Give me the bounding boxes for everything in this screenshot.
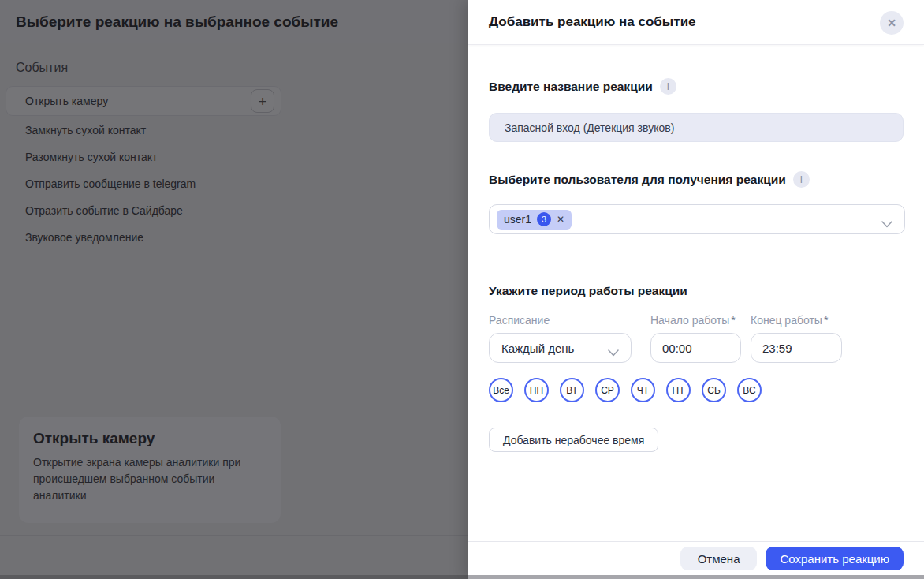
info-icon[interactable]: i [793, 171, 810, 188]
chevron-down-icon [608, 346, 619, 359]
end-time-input[interactable] [751, 333, 842, 363]
end-time-field: Конец работы* [751, 314, 842, 363]
start-time-label: Начало работы* [650, 314, 741, 327]
close-icon[interactable]: ✕ [880, 11, 904, 35]
day-chip-tue[interactable]: ВТ [560, 378, 584, 402]
schedule-field: Расписание Каждый день [489, 314, 632, 363]
day-chip-sun[interactable]: ВС [737, 378, 762, 402]
required-mark: * [824, 314, 828, 327]
drawer-body: Введите название реакции i Выберите поль… [468, 78, 924, 452]
schedule-select-value: Каждый день [501, 342, 574, 355]
user-chip-name: user1 [504, 213, 531, 226]
drawer-header: Добавить реакцию на событие ✕ [468, 0, 924, 45]
schedule-select[interactable]: Каждый день [489, 333, 632, 363]
user-multiselect[interactable]: user1 3 ✕ [489, 204, 905, 234]
start-time-field: Начало работы* [650, 314, 741, 363]
reaction-name-input[interactable] [489, 113, 904, 142]
screen: Выберите реакцию на выбранное событие Со… [0, 0, 924, 579]
start-time-input[interactable] [650, 333, 741, 363]
period-section-label: Укажите период работы реакции [489, 284, 687, 298]
name-section-header: Введите название реакции i [489, 78, 904, 95]
window-bottom-edge-right [468, 575, 924, 579]
start-time-label-text: Начало работы [650, 314, 729, 327]
scrollbar-gutter[interactable] [918, 0, 918, 579]
add-downtime-button[interactable]: Добавить нерабочее время [489, 428, 658, 452]
user-section-header: Выберите пользователя для получения реак… [489, 171, 904, 188]
period-controls: Расписание Каждый день Начало работы* Ко… [489, 314, 904, 363]
required-mark: * [731, 314, 735, 327]
cancel-button[interactable]: Отмена [680, 547, 758, 570]
day-chip-fri[interactable]: ПТ [666, 378, 691, 402]
info-icon[interactable]: i [660, 78, 676, 95]
window-bottom-edge-left [0, 575, 468, 579]
drawer-title: Добавить реакцию на событие [489, 14, 696, 30]
drawer-footer: Отмена Сохранить реакцию [468, 541, 924, 575]
day-chip-all[interactable]: Все [489, 378, 513, 402]
end-time-label-text: Конец работы [751, 314, 822, 327]
day-chip-thu[interactable]: ЧТ [631, 378, 655, 402]
schedule-label: Расписание [489, 314, 632, 327]
weekday-selector: Все ПН ВТ СР ЧТ ПТ СБ ВС [489, 378, 904, 402]
day-chip-wed[interactable]: СР [595, 378, 620, 402]
period-section-header: Укажите период работы реакции [489, 284, 904, 298]
name-section-label: Введите название реакции [489, 80, 653, 94]
end-time-label: Конец работы* [751, 314, 842, 327]
add-reaction-drawer: Добавить реакцию на событие ✕ Введите на… [468, 0, 924, 579]
user-section-label: Выберите пользователя для получения реак… [489, 173, 786, 187]
user-chip: user1 3 ✕ [497, 210, 572, 230]
day-chip-sat[interactable]: СБ [702, 378, 726, 402]
user-chip-count-badge: 3 [537, 212, 551, 226]
day-chip-mon[interactable]: ПН [524, 378, 549, 402]
chip-remove-icon[interactable]: ✕ [557, 214, 564, 225]
save-reaction-button[interactable]: Сохранить реакцию [766, 547, 904, 570]
chevron-down-icon [881, 217, 892, 231]
